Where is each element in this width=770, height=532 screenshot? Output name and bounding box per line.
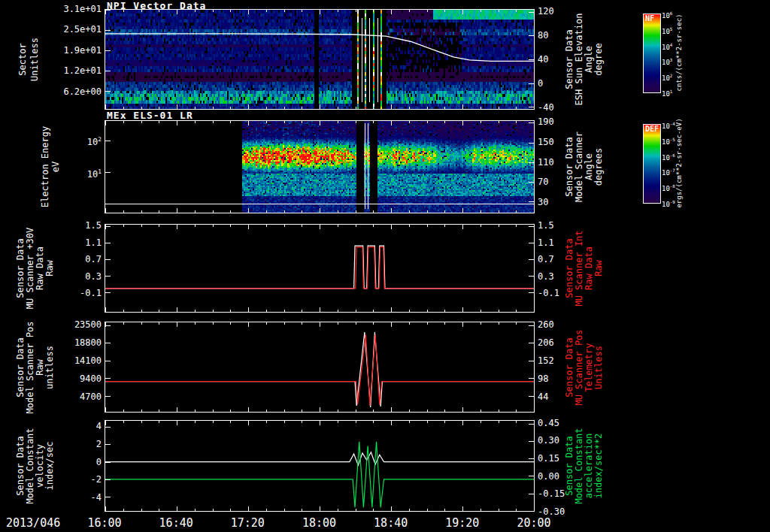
y-tick-left: 1.9e+01 [56,45,102,56]
y-tick-left: 6.2e+00 [56,86,102,97]
y-axis-label-left: eV [51,162,60,172]
plot-area-0 [105,9,535,110]
plot-area-1 [105,120,535,213]
y-tick-left: 101 [56,167,102,180]
y-tick-left: 102 [56,135,102,147]
y-tick-left: 3.1e+01 [56,4,102,14]
y-tick-left: 18800 [56,337,102,348]
y-axis-label-left: index/sec [45,441,54,490]
date-label: 2013/046 [6,516,60,530]
y-tick-right: 1.5 [538,220,572,231]
y-axis-label-right: degree [594,43,603,75]
y-axis-label-right: Raw [594,260,603,277]
y-axis-label-right: Sensor Data [565,436,574,495]
colorbar-0 [643,14,661,93]
y-tick-left: 0 [56,457,102,467]
y-axis-label-left: Sector [18,43,27,75]
y-axis-label-right: Sensor Data [565,238,574,298]
y-tick-left: 4 [56,421,102,431]
plot-area-2 [105,224,535,313]
y-axis-label-left: Sensor Data [16,238,25,298]
y-tick-right: 30 [538,197,572,207]
y-axis-label-left: Sensor Data [16,337,25,397]
science-plot-screen: NPI Vector Data MEx ELS-01 LR 3.1e+012.5… [0,0,770,532]
y-tick-right: 190 [538,116,572,127]
y-axis-label-right: acceleration [584,434,593,499]
time-tick-label: 16:00 [82,516,127,530]
time-tick-label: 17:20 [225,516,270,530]
y-tick-left: 1.2e+01 [56,65,102,76]
y-axis-label-left: MU Scanner +30V [26,228,35,309]
y-axis-label-left: Electron Energy [41,126,50,207]
y-axis-label-right: Telemetry [584,343,593,391]
y-axis-label-right: degrees [594,148,603,186]
time-tick-label: 16:40 [153,516,199,530]
y-tick-right: 120 [538,6,572,17]
y-tick-left: 0.3 [56,271,102,282]
y-tick-left: 4700 [56,391,102,402]
y-axis-label-right: Model Constant [574,428,584,503]
plot-canvas-2 [105,225,534,312]
y-axis-label-left: Unitless [30,38,39,81]
y-tick-right: 260 [538,319,572,330]
time-tick-label: 20:00 [511,516,556,530]
y-axis-label-left: Raw Data [35,246,44,290]
y-tick-right: -0.30 [538,506,572,517]
y-tick-left: 1.5 [56,220,102,231]
y-tick-left: 0.7 [56,254,102,264]
y-axis-label-left: Model Scanner Pos [26,321,35,413]
y-tick-left: -2 [56,474,102,485]
y-tick-left: -4 [56,492,102,503]
y-axis-label-right: MU Scanner Int [574,230,584,306]
y-axis-label-right: index/sec**2 [594,434,603,499]
time-tick-label: 19:20 [440,516,485,530]
colorbar-1 [643,124,661,204]
y-axis-label-left: unitless [45,346,54,389]
y-axis-label-right: Sensor Data [565,337,574,397]
y-axis-label-right: Raw Data [584,246,593,290]
y-tick-right: 0.45 [538,418,572,428]
y-axis-label-right: Sensor Data [565,137,574,196]
plot-area-3 [105,322,535,413]
plot-canvas-1 [105,121,534,213]
y-axis-label-left: Raw [35,359,44,376]
colorbar-name-0: NF [645,14,654,23]
y-axis-label-right: MU Scanner Pos [574,329,584,405]
plot-canvas-3 [105,322,534,412]
colorbar-gradient-1 [644,125,660,203]
time-tick-label: 18:40 [368,516,414,530]
y-tick-left: 9400 [56,373,102,384]
y-axis-label-right: Angle [584,153,593,180]
colorbar-units: ergs/(cm**2-sr-sec-eV) [675,118,684,207]
y-axis-label-right: Unitless [594,346,603,389]
plot-area-4 [105,420,535,512]
y-tick-right: -40 [538,102,572,113]
colorbar-gradient-0 [644,14,660,92]
y-tick-left: 2 [56,439,102,449]
colorbar-units: cnts/(cm**2-sr-sec) [675,14,684,92]
y-axis-label-right: Model Scanner [574,131,584,202]
y-axis-label-left: Model Constant [26,428,35,503]
plot-canvas-0 [105,10,534,109]
panel-title-els: MEx ELS-01 LR [107,110,193,121]
y-axis-label-left: velocity [35,444,44,488]
y-axis-label-right: Angle [584,46,593,73]
y-tick-left: 14100 [56,355,102,366]
y-axis-label-left: Sensor Data [16,436,25,495]
time-tick-label: 18:00 [297,516,342,530]
y-tick-left: 1.1 [56,237,102,248]
plot-canvas-4 [105,421,534,511]
y-axis-label-right: Sensor Data [565,29,574,89]
y-axis-label-right: ESH Sun Elevation [574,14,584,106]
colorbar-name-1: DEF [645,125,659,133]
y-tick-left: -0.1 [56,288,102,298]
y-tick-left: 2.5e+01 [56,24,102,35]
y-tick-left: 23500 [56,319,102,330]
y-axis-label-left: Raw [45,260,54,277]
